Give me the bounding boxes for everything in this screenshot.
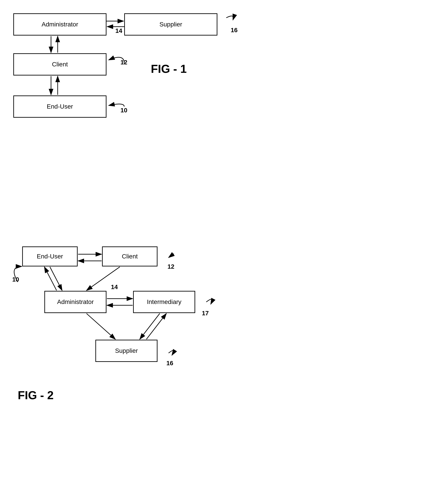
fig2-ref17-curve xyxy=(206,299,212,304)
fig2-admin-to-supplier xyxy=(86,313,115,339)
fig2-ref12-label: 12 xyxy=(167,263,174,270)
fig1-ref16-label: 16 xyxy=(231,27,238,34)
arrows-svg: 14 12 10 16 10 12 xyxy=(0,0,425,504)
fig1-ref10-label: 10 xyxy=(120,107,127,114)
fig2-ref14-label: 14 xyxy=(111,284,118,290)
fig1-ref10-curve xyxy=(109,104,124,107)
fig2-enduser-to-admin xyxy=(50,267,62,290)
fig2-ref12-curve xyxy=(169,254,174,258)
fig2-ref17-label: 17 xyxy=(202,310,209,317)
fig2-admin-to-enduser xyxy=(44,267,57,290)
fig2-ref16-curve xyxy=(169,350,174,355)
diagram-container: Administrator Supplier Client End-User F… xyxy=(0,0,425,504)
fig1-ref12-label: 12 xyxy=(120,59,127,66)
fig2-ref10-label: 10 xyxy=(12,276,19,283)
fig1-ref16-curve xyxy=(226,16,233,20)
fig1-ref14: 14 xyxy=(115,27,122,34)
fig2-ref16-label: 16 xyxy=(166,360,173,367)
